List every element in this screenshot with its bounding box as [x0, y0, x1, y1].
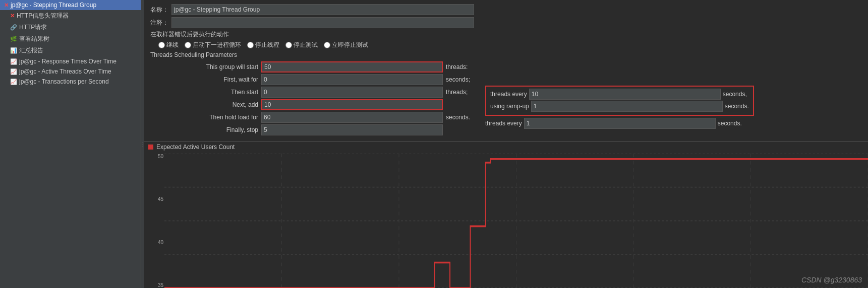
- view-results-icon: 🌿: [10, 36, 17, 42]
- comment-input[interactable]: [171, 17, 474, 28]
- sidebar-item-label: HTTP信息头管理器: [17, 12, 69, 20]
- sidebar-item-label: jp@gc - Response Times Over Time: [19, 58, 117, 65]
- radio-stop-thread-label: 停止线程: [255, 41, 279, 49]
- param-input-2[interactable]: [261, 87, 443, 98]
- chart-area: Expected Active Users Count 50 45 40 35: [144, 141, 868, 288]
- right-prefix-1: threads every: [490, 91, 527, 98]
- right-prefix-2: using ramp-up: [490, 103, 529, 110]
- right-input-2[interactable]: [531, 101, 723, 112]
- radio-group: 继续 启动下一进程循环 停止线程 停止测试 立即停止测试: [150, 41, 862, 49]
- right-box: threads every seconds, using ramp-up sec…: [485, 86, 754, 116]
- name-label: 名称：: [150, 6, 168, 14]
- sidebar-item-chart-active[interactable]: 📈 jp@gc - Active Threads Over Time: [0, 66, 141, 77]
- radio-continue-label: 继续: [166, 41, 179, 49]
- radio-stop-thread-input[interactable]: [247, 42, 254, 48]
- sidebar-item-label: jp@gc - Transactions per Second: [19, 78, 109, 85]
- sidebar-item-chart-tps[interactable]: 📈 jp@gc - Transactions per Second: [0, 77, 141, 87]
- radio-next-loop-input[interactable]: [185, 42, 191, 48]
- sidebar-item-label: jp@gc - Active Threads Over Time: [19, 68, 111, 75]
- bottom-prefix: threads every: [485, 120, 522, 127]
- sidebar-item-chart-response[interactable]: 📈 jp@gc - Response Times Over Time: [0, 56, 141, 66]
- param-input-4[interactable]: [261, 112, 443, 123]
- radio-stop-test-input[interactable]: [285, 42, 292, 48]
- param-suffix-0: threads:: [443, 63, 468, 70]
- y-label-45: 45: [148, 196, 163, 202]
- param-row-0: This group will start threads:: [150, 61, 470, 73]
- param-label-3: Next, add: [150, 101, 261, 108]
- chart-active-icon: 📈: [10, 68, 17, 75]
- right-suffix-1: seconds,: [723, 91, 747, 98]
- name-row: 名称：: [150, 4, 862, 15]
- radio-next-loop-label: 启动下一进程循环: [193, 41, 241, 49]
- sidebar-item-label: 查看结果树: [19, 35, 49, 43]
- radio-stop-now[interactable]: 立即停止测试: [324, 41, 368, 49]
- sidebar-item-label: 汇总报告: [19, 46, 43, 55]
- param-suffix-2: threads;: [443, 89, 468, 96]
- watermark: CSDN @g3230863: [801, 276, 862, 284]
- http-request-icon: 🔗: [10, 24, 17, 31]
- y-label-40: 40: [148, 240, 163, 245]
- y-label-50: 50: [148, 154, 163, 159]
- radio-next-loop[interactable]: 启动下一进程循环: [185, 41, 241, 49]
- right-row-2: using ramp-up seconds.: [490, 101, 749, 112]
- param-label-2: Then start: [150, 89, 261, 96]
- right-row-1: threads every seconds,: [490, 89, 749, 100]
- sidebar: ✕ jp@gc - Stepping Thread Group ✕ HTTP信息…: [0, 0, 141, 288]
- sidebar-item-summary-report[interactable]: 📊 汇总报告: [0, 45, 141, 56]
- right-input-1[interactable]: [529, 89, 721, 100]
- param-row-1: First, wait for seconds;: [150, 74, 470, 85]
- sidebar-item-view-results[interactable]: 🌿 查看结果树: [0, 33, 141, 45]
- radio-stop-test-label: 停止测试: [294, 41, 318, 49]
- chart-title: Expected Active Users Count: [156, 143, 235, 151]
- param-label-0: This group will start: [150, 63, 261, 70]
- y-axis: 50 45 40 35: [148, 154, 163, 288]
- chart-tps-icon: 📈: [10, 79, 17, 85]
- param-row-3: Next, add: [150, 99, 470, 110]
- radio-continue-input[interactable]: [158, 42, 165, 48]
- y-label-35: 35: [148, 282, 163, 288]
- comment-label: 注释：: [150, 19, 168, 27]
- param-suffix-4: seconds.: [443, 114, 470, 121]
- param-row-5: Finally, stop: [150, 124, 470, 135]
- radio-stop-now-input[interactable]: [324, 42, 330, 48]
- params-left: This group will start threads: First, wa…: [150, 61, 470, 137]
- param-suffix-1: seconds;: [443, 76, 470, 83]
- bottom-suffix: seconds.: [718, 120, 742, 127]
- error-action-label: 在取样器错误后要执行的动作: [150, 30, 229, 39]
- radio-stop-now-label: 立即停止测试: [332, 41, 368, 49]
- radio-continue[interactable]: 继续: [158, 41, 179, 49]
- right-suffix-2: seconds.: [725, 103, 749, 110]
- bottom-threads-row: threads every seconds.: [485, 118, 754, 129]
- param-label-1: First, wait for: [150, 76, 261, 83]
- params-right: threads every seconds, using ramp-up sec…: [485, 86, 754, 130]
- bottom-input[interactable]: [524, 118, 716, 129]
- http-header-icon: ✕: [10, 13, 15, 19]
- summary-report-icon: 📊: [10, 47, 17, 54]
- param-input-0[interactable]: [261, 61, 443, 73]
- param-row-4: Then hold load for seconds.: [150, 112, 470, 123]
- sidebar-item-http-header[interactable]: ✕ HTTP信息头管理器: [0, 10, 141, 22]
- name-input[interactable]: [171, 4, 474, 15]
- param-label-4: Then hold load for: [150, 114, 261, 121]
- chart-svg: [164, 154, 868, 288]
- param-label-5: Finally, stop: [150, 126, 261, 133]
- chart-response-icon: 📈: [10, 58, 17, 65]
- error-action-label-row: 在取样器错误后要执行的动作: [150, 30, 862, 39]
- main-panel: 名称： 注释： 在取样器错误后要执行的动作 继续 启动下一进程循环 停止线程: [144, 0, 868, 288]
- param-input-5[interactable]: [261, 124, 443, 135]
- form-area: 名称： 注释： 在取样器错误后要执行的动作 继续 启动下一进程循环 停止线程: [144, 0, 868, 141]
- params-area: This group will start threads: First, wa…: [150, 61, 862, 137]
- param-row-2: Then start threads;: [150, 87, 470, 98]
- param-input-1[interactable]: [261, 74, 443, 85]
- radio-stop-thread[interactable]: 停止线程: [247, 41, 279, 49]
- sidebar-item-http-request[interactable]: 🔗 HTTP请求: [0, 22, 141, 33]
- sidebar-item-label: jp@gc - Stepping Thread Group: [11, 2, 96, 9]
- chart-legend-dot: [148, 145, 153, 150]
- threads-section-title: Threads Scheduling Parameters: [150, 51, 862, 58]
- chart-header: Expected Active Users Count: [144, 141, 868, 153]
- sidebar-item-stepping-group[interactable]: ✕ jp@gc - Stepping Thread Group: [0, 0, 141, 10]
- comment-row: 注释：: [150, 17, 862, 28]
- param-input-3[interactable]: [261, 99, 443, 110]
- radio-stop-test[interactable]: 停止测试: [285, 41, 318, 49]
- sidebar-item-label: HTTP请求: [19, 23, 47, 32]
